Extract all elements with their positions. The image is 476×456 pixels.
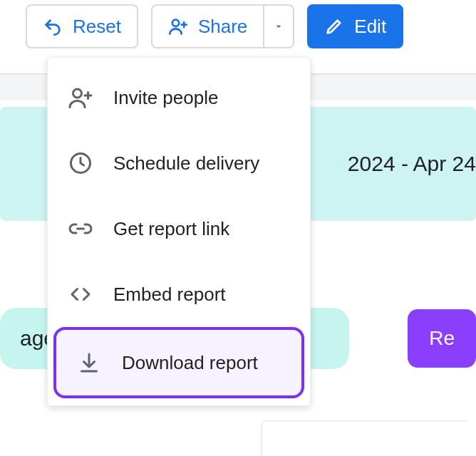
menu-item-download-report[interactable]: Download report xyxy=(53,327,304,398)
review-button[interactable]: Re xyxy=(408,309,476,368)
person-add-icon xyxy=(68,85,93,110)
menu-item-label: Download report xyxy=(122,352,258,374)
menu-item-get-link[interactable]: Get report link xyxy=(48,196,310,261)
share-button[interactable]: Share xyxy=(151,4,264,48)
share-button-label: Share xyxy=(198,16,247,38)
reset-button[interactable]: Reset xyxy=(26,4,138,48)
review-button-label: Re xyxy=(429,327,455,350)
edit-button[interactable]: Edit xyxy=(307,4,403,48)
download-icon xyxy=(76,350,102,375)
toolbar: Reset Share Edit xyxy=(0,0,476,53)
reset-button-label: Reset xyxy=(73,16,121,38)
clock-icon xyxy=(68,150,93,176)
menu-item-label: Embed report xyxy=(113,284,226,306)
menu-item-label: Schedule delivery xyxy=(113,152,259,175)
menu-item-embed-report[interactable]: Embed report xyxy=(48,261,310,327)
person-add-icon xyxy=(168,16,188,36)
share-menu: Invite people Schedule delivery Get repo… xyxy=(47,57,311,406)
edit-button-label: Edit xyxy=(354,16,386,38)
ghost-card xyxy=(261,420,467,456)
share-caret-button[interactable] xyxy=(263,4,294,48)
link-icon xyxy=(68,216,93,242)
code-icon xyxy=(68,281,93,307)
menu-item-invite-people[interactable]: Invite people xyxy=(48,65,310,130)
menu-item-label: Get report link xyxy=(113,218,229,240)
date-range-text: 2024 - Apr 24 xyxy=(348,152,476,176)
share-split-button: Share xyxy=(151,4,294,48)
menu-item-schedule-delivery[interactable]: Schedule delivery xyxy=(48,130,310,196)
menu-item-label: Invite people xyxy=(113,87,218,109)
svg-point-0 xyxy=(172,20,179,26)
undo-icon xyxy=(43,16,63,36)
svg-point-1 xyxy=(73,89,82,98)
pencil-icon xyxy=(324,16,344,36)
caret-down-icon xyxy=(273,21,284,32)
